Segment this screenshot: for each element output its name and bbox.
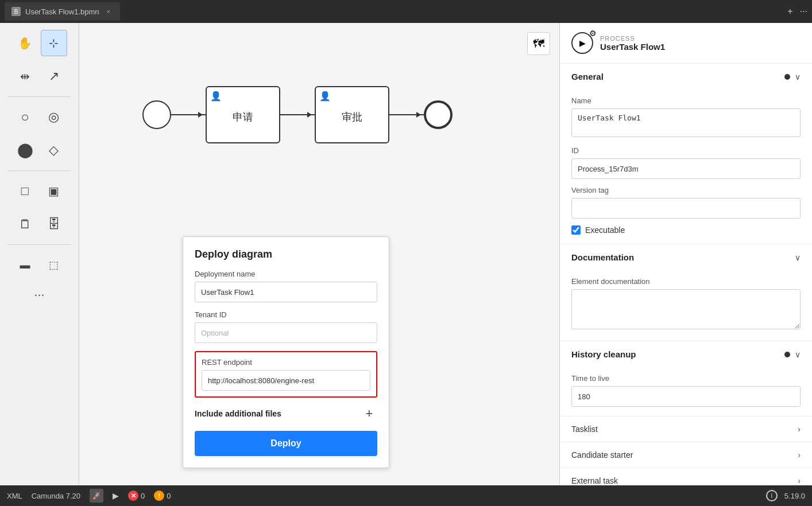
minimap-button[interactable]: 🗺 [527,32,550,55]
bottom-bar-right: i 5.19.0 [766,490,805,501]
rest-endpoint-label: REST endpoint [202,358,370,367]
error-count: 0 [141,492,145,500]
lane-button[interactable]: ▬ [12,252,38,278]
new-tab-button[interactable]: + [787,6,792,17]
documentation-section-controls: ∨ [795,253,801,262]
right-panel: ▶ ⚙ PROCESS UserTask Flow1 General ∨ Nam… [559,23,812,485]
error-badge: ✕ 0 [128,491,145,501]
more-tools-button[interactable]: ··· [29,283,49,307]
end-event-node[interactable] [424,100,453,129]
deployment-name-input[interactable] [195,282,377,302]
start-event-button[interactable]: ○ [12,104,38,130]
right-panel-header: ▶ ⚙ PROCESS UserTask Flow1 [560,23,812,64]
task-node-shenqing[interactable]: 👤 申请 [206,86,280,143]
tool-row-3: ○ ◎ [7,102,72,133]
include-files-label: Include additional files [195,409,281,418]
external-task-label: External task [571,476,618,485]
task-node-shenpei[interactable]: 👤 审批 [315,86,389,143]
tool-row-5: □ ▣ [7,176,72,207]
subprocess-button[interactable]: ▣ [41,178,67,204]
include-files-add-button[interactable]: + [361,406,377,422]
tool-row-1: ✋ ⊹ [7,28,72,59]
documentation-section: Documentation ∨ Element documentation [560,244,812,341]
version-label: 5.19.0 [784,492,805,500]
more-actions-button[interactable]: ··· [800,6,807,17]
error-circle: ✕ [128,491,138,501]
group-button[interactable]: ⬚ [41,252,67,278]
external-task-item[interactable]: External task › [560,468,812,485]
canvas-area[interactable]: 👤 申请 👤 审批 🗺 Deploy diagram [79,23,559,485]
general-chevron: ∨ [795,72,801,81]
general-section-header[interactable]: General ∨ [560,64,812,89]
executable-label: Executable [585,225,625,235]
tool-row-6: 🗒 🗄 [7,209,72,240]
documentation-chevron: ∨ [795,253,801,262]
deployment-name-label: Deployment name [195,270,377,278]
tenant-id-input[interactable] [195,322,377,343]
data-store-button[interactable]: 🗄 [41,211,67,238]
tenant-id-group: Tenant ID [195,310,377,343]
element-doc-input[interactable] [571,289,801,329]
general-section-title: General [571,72,604,81]
info-button[interactable]: i [766,490,778,501]
tasklist-item[interactable]: Tasklist › [560,417,812,442]
rest-endpoint-group: REST endpoint [195,351,377,398]
sequence-flow-1 [171,114,206,115]
id-field-input[interactable] [571,158,801,179]
time-to-live-input[interactable] [571,386,801,407]
play-button[interactable]: ▶ [113,491,119,500]
process-icon-container: ▶ ⚙ [571,32,593,54]
toolbar-divider-1 [8,96,71,97]
main-layout: ✋ ⊹ ⇹ ↗ ○ ◎ ⬤ ◇ □ ▣ 🗒 🗄 ▬ ⬚ ··· [0,23,812,485]
candidate-starter-item[interactable]: Candidate starter › [560,442,812,468]
sequence-flow-3 [389,114,424,115]
process-title-area: PROCESS UserTask Flow1 [600,35,665,52]
history-cleanup-body: Time to live [560,374,812,416]
tab-bpmn[interactable]: B UserTask Flow1.bpmn × [5,2,120,21]
executable-row: Executable [571,225,801,235]
general-dot [784,74,790,80]
history-cleanup-header[interactable]: History cleanup ∨ [560,341,812,367]
rest-endpoint-input[interactable] [202,370,370,391]
time-to-live-label: Time to live [571,374,801,383]
history-chevron: ∨ [795,350,801,359]
version-tag-input[interactable] [571,198,801,219]
tab-close-button[interactable]: × [104,7,113,16]
space-tool-button[interactable]: ⇹ [12,63,38,89]
executable-checkbox[interactable] [571,225,581,235]
gear-icon: ⚙ [589,29,597,38]
deploy-dialog: Deploy diagram Deployment name Tenant ID… [183,236,389,468]
left-toolbar: ✋ ⊹ ⇹ ↗ ○ ◎ ⬤ ◇ □ ▣ 🗒 🗄 ▬ ⬚ ··· [0,23,79,485]
play-icon: ▶ [579,38,586,48]
tool-row-4: ⬤ ◇ [7,135,72,166]
end-event-button[interactable]: ⬤ [12,137,38,164]
lasso-tool-button[interactable]: ⊹ [41,30,67,56]
deploy-dialog-title: Deploy diagram [195,248,377,260]
user-task-icon-1: 👤 [210,91,222,102]
sequence-flow-2 [280,114,315,115]
user-task-icon-2: 👤 [319,91,331,102]
documentation-section-header[interactable]: Documentation ∨ [560,244,812,270]
rocket-icon[interactable]: 🚀 [90,489,103,503]
name-field-input[interactable]: UserTask Flow1 [571,108,801,137]
deploy-button[interactable]: Deploy [195,431,377,456]
gateway-button[interactable]: ◇ [41,137,67,164]
bpmn-flow: 👤 申请 👤 审批 [142,86,453,143]
warning-circle: ! [154,491,164,501]
task-button[interactable]: □ [12,178,38,204]
tenant-id-label: Tenant ID [195,310,377,319]
connect-tool-button[interactable]: ↗ [41,63,67,89]
process-name-label: UserTask Flow1 [600,42,665,52]
titlebar-actions: + ··· [787,6,807,17]
data-object-button[interactable]: 🗒 [12,211,38,238]
general-section-controls: ∨ [784,72,801,81]
history-cleanup-controls: ∨ [784,350,801,359]
engine-label: Camunda 7.20 [32,492,80,500]
element-doc-label: Element documentation [571,277,801,286]
tool-row-2: ⇹ ↗ [7,61,72,92]
hand-tool-button[interactable]: ✋ [12,30,38,56]
start-event-node[interactable] [142,100,171,129]
deployment-name-group: Deployment name [195,270,377,302]
documentation-section-body: Element documentation [560,277,812,341]
intermediate-event-button[interactable]: ◎ [41,104,67,130]
